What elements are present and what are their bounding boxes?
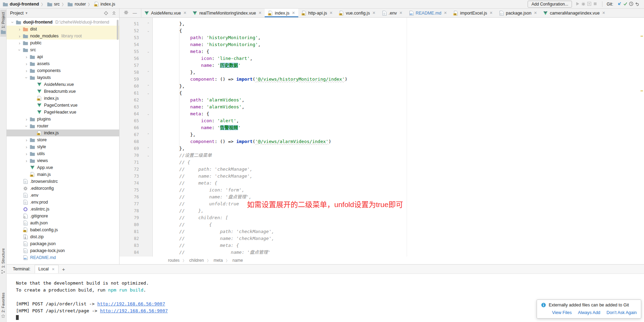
tree-item-babel.config.js[interactable]: JSbabel.config.js — [7, 226, 119, 233]
stripe-button-project[interactable]: 1: Project — [0, 10, 6, 37]
collapse-all-icon[interactable] — [111, 10, 117, 16]
terminal-link[interactable]: http://192.168.66.56:9007 — [97, 301, 165, 306]
breadcrumb-item[interactable]: src — [47, 2, 60, 7]
code-line-79[interactable]: 79 // children: [ — [120, 214, 639, 221]
tree-chevron-icon[interactable]: › — [24, 152, 29, 156]
close-icon[interactable]: ✕ — [602, 11, 605, 15]
close-icon[interactable]: ✕ — [489, 11, 493, 15]
code-line-64[interactable]: 64⌄ meta: { — [120, 110, 639, 117]
tree-item-pagecontent.vue[interactable]: PageContent.vue — [7, 102, 119, 109]
code-line-66[interactable]: 66 name: '告警视频' — [120, 124, 639, 131]
tree-chevron-icon[interactable]: › — [24, 69, 29, 73]
code-line-67[interactable]: 67⌃ }, — [120, 131, 639, 138]
stripe-button-structure[interactable]: 1: Structure — [1, 246, 6, 276]
tree-item-index.js[interactable]: JSindex.js — [7, 95, 119, 102]
close-icon[interactable]: ✕ — [329, 11, 333, 15]
fold-marker-icon[interactable]: ⌄ — [144, 110, 153, 117]
code-line-53[interactable]: 53 path: 'historyMonitoring', — [120, 34, 639, 41]
tab-cameramanage-index.vue[interactable]: cameraManage\index.vue✕ — [540, 9, 608, 17]
code-line-65[interactable]: 65 icon: 'alert', — [120, 117, 639, 124]
tree-item-duoji-frontend[interactable]: ›duoji-frontendD:\zheheWeb\duoji-fronten… — [7, 19, 119, 26]
notification-action-always-add[interactable]: Always Add — [578, 310, 600, 315]
editor-breadcrumb-item[interactable]: name — [232, 258, 243, 263]
git-rollback-icon[interactable] — [634, 1, 640, 7]
tab-vue.config.js[interactable]: JSvue.config.js✕ — [336, 9, 379, 17]
close-icon[interactable]: ✕ — [183, 11, 186, 15]
code-line-80[interactable]: 80 // { — [120, 221, 639, 228]
tab-readme.md[interactable]: MDREADME.md✕ — [406, 9, 450, 17]
tree-chevron-icon[interactable]: › — [17, 34, 22, 38]
tab-index.js[interactable]: JSindex.js✕ — [265, 9, 298, 17]
fold-marker-icon[interactable]: ⌃ — [144, 20, 153, 27]
git-commit-icon[interactable] — [622, 1, 628, 7]
fold-marker-icon[interactable]: ⌄ — [144, 27, 153, 34]
code-line-70[interactable]: 70⌄ //设置二级菜单 — [120, 152, 639, 159]
close-icon[interactable]: ✕ — [372, 11, 376, 15]
tree-item-src[interactable]: ›src — [7, 46, 119, 53]
code-line-74[interactable]: 74 // meta: { — [120, 180, 639, 187]
code-line-55[interactable]: 55⌄ meta: { — [120, 48, 639, 55]
tree-item-package-lock.json[interactable]: {}package-lock.json — [7, 247, 119, 254]
tab-realtimemonitoring-index.vue[interactable]: realTimeMonitoring\index.vue✕ — [189, 9, 265, 17]
fold-marker-icon[interactable]: ⌄ — [144, 48, 153, 55]
tree-scrollbar[interactable] — [117, 20, 118, 40]
coverage-button-icon[interactable] — [586, 1, 592, 7]
tab-importexcel.js[interactable]: JSimportExcel.js✕ — [450, 9, 496, 17]
tree-chevron-icon[interactable]: › — [17, 41, 22, 45]
debug-button-icon[interactable] — [580, 1, 586, 7]
tree-item-dist[interactable]: ›dist — [7, 26, 119, 33]
fold-marker-icon[interactable]: ⌃ — [144, 145, 153, 152]
close-icon[interactable]: ✕ — [292, 11, 295, 15]
code-line-51[interactable]: 51⌃ }, — [120, 20, 639, 27]
tree-item-dist.zip[interactable]: dist.zip — [7, 233, 119, 240]
git-update-icon[interactable] — [616, 1, 622, 7]
warning-stripe-mark[interactable] — [641, 90, 643, 91]
code-line-62[interactable]: 62 path: 'alarmVideos', — [120, 97, 639, 104]
fold-marker-icon[interactable]: ⌃ — [144, 69, 153, 76]
fold-marker-icon[interactable]: ⌄ — [144, 90, 153, 97]
tree-chevron-icon[interactable]: › — [24, 159, 29, 163]
code-line-83[interactable]: 83 // meta: { — [120, 242, 639, 249]
tree-chevron-icon[interactable]: › — [24, 117, 29, 122]
code-line-68[interactable]: 68 component: () => import('@/views/alar… — [120, 138, 639, 145]
code-line-81[interactable]: 81 // path: 'checkManage', — [120, 228, 639, 235]
tree-item-breadcrumb.vue[interactable]: Breadcrumb.vue — [7, 88, 119, 95]
tab-asidemenu.vue[interactable]: AsideMenu.vue✕ — [141, 9, 189, 17]
tree-item-package.json[interactable]: {}package.json — [7, 240, 119, 247]
editor-breadcrumb-item[interactable]: routes — [168, 258, 179, 263]
code-line-82[interactable]: 82 // name: 'checkManage', — [120, 235, 639, 242]
tree-chevron-icon[interactable]: › — [24, 55, 29, 59]
tree-chevron-icon[interactable]: › — [24, 138, 29, 142]
close-icon[interactable]: ✕ — [444, 11, 447, 15]
terminal-tab-local[interactable]: Local ✕ — [35, 265, 59, 273]
editor-breadcrumb-item[interactable]: meta — [213, 258, 223, 263]
code-line-54[interactable]: 54 name: 'historyMonitoring', — [120, 41, 639, 48]
notification-action-don-t-ask-again[interactable]: Don't Ask Again — [607, 310, 637, 315]
tree-item-pageheader.vue[interactable]: PageHeader.vue — [7, 109, 119, 116]
tree-item-views[interactable]: ›views — [7, 157, 119, 164]
tree-chevron-icon[interactable]: › — [24, 62, 29, 66]
code-line-58[interactable]: 58⌃ }, — [120, 69, 639, 76]
tree-item-store[interactable]: ›store — [7, 136, 119, 143]
tree-item-api[interactable]: ›api — [7, 53, 119, 60]
breadcrumb-item[interactable]: duoji-frontend — [3, 2, 39, 7]
project-panel-title[interactable]: Project▼ — [10, 11, 28, 16]
tree-item-public[interactable]: ›public — [7, 39, 119, 46]
tab-http-api.js[interactable]: JShttp-api.js✕ — [298, 9, 336, 17]
close-icon[interactable]: ✕ — [52, 267, 55, 271]
code-line-60[interactable]: 60⌃ }, — [120, 83, 639, 90]
tab-package.json[interactable]: {}package.json✕ — [496, 9, 540, 17]
close-icon[interactable]: ✕ — [258, 11, 262, 15]
tree-item-.browserslistrc[interactable]: .browserslistrc — [7, 178, 119, 185]
tree-item-assets[interactable]: ›assets — [7, 60, 119, 67]
warning-stripe-mark[interactable] — [641, 36, 643, 37]
code-line-52[interactable]: 52⌄ { — [120, 27, 639, 34]
new-terminal-button[interactable]: + — [62, 266, 65, 272]
code-line-63[interactable]: 63 name: 'alarmVideos', — [120, 104, 639, 110]
tree-item-plugins[interactable]: ›plugins — [7, 116, 119, 123]
tree-chevron-icon[interactable]: › — [17, 27, 22, 32]
code-editor[interactable]: 51⌃ },52⌄ {53 path: 'historyMonitoring',… — [120, 18, 644, 257]
fold-marker-icon[interactable]: ⌄ — [144, 152, 153, 159]
stop-button-icon[interactable] — [592, 1, 598, 7]
tree-item-.env.prod[interactable]: .env.prod — [7, 199, 119, 206]
